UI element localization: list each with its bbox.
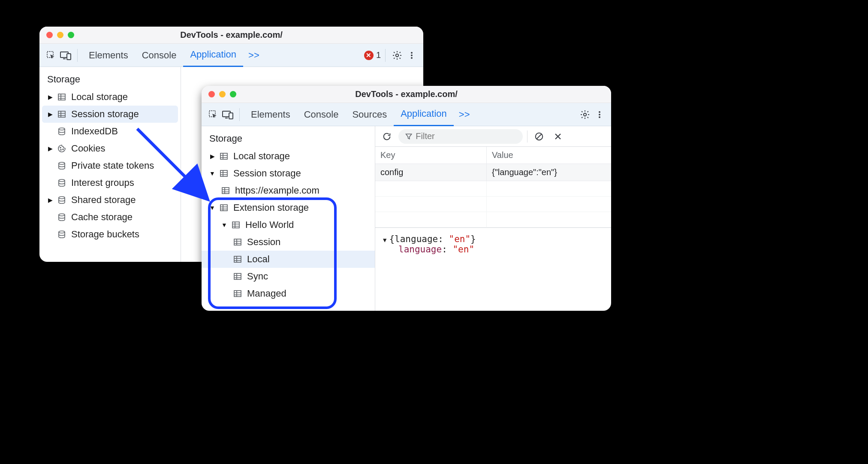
tabs-overflow[interactable]: >> [454,109,475,120]
database-icon [57,127,67,136]
sidebar-indexeddb[interactable]: ▶ IndexedDB [39,123,181,140]
chevron-right-icon: ▶ [47,111,53,118]
minimize-window-icon[interactable] [57,32,63,38]
sidebar-item-label: https://example.com [235,185,319,196]
sidebar-cache-storage[interactable]: ▶ Cache storage [39,209,181,226]
main-toolbar: Elements Console Sources Application >> [202,103,611,126]
sidebar-storage-buckets[interactable]: ▶ Storage buckets [39,226,181,243]
svg-rect-26 [220,170,227,176]
error-count: 1 [376,50,381,60]
filter-input-wrap[interactable] [398,129,523,144]
close-window-icon[interactable] [46,32,53,38]
chevron-right-icon: ▶ [47,197,53,203]
value-preview: ▼{language: "en"} language: "en" [375,228,611,261]
svg-point-16 [59,214,65,216]
sidebar-ext-local[interactable]: Local [202,251,375,268]
table-row-empty[interactable] [375,197,611,212]
tab-console[interactable]: Console [135,44,184,67]
svg-point-5 [411,55,413,56]
tab-sources[interactable]: Sources [345,103,394,126]
sidebar-item-label: Cache storage [71,212,133,223]
storage-header: Storage [202,131,375,148]
chevron-right-icon: ▶ [209,153,215,160]
delete-icon[interactable] [551,129,565,144]
titlebar[interactable]: DevTools - example.com/ [202,86,611,103]
inspect-element-icon[interactable] [44,48,58,63]
close-window-icon[interactable] [208,91,215,97]
svg-rect-33 [234,291,241,297]
svg-rect-20 [229,113,233,119]
sidebar-ext-managed[interactable]: Managed [202,285,375,302]
error-badge[interactable]: ✕ 1 [364,50,381,60]
gear-icon[interactable] [390,48,404,63]
separator [239,108,240,121]
sidebar-interest-groups[interactable]: ▶ Interest groups [39,174,181,191]
storage-actionbar [375,126,611,147]
sidebar-local-storage[interactable]: ▶ Local storage [39,88,181,106]
grid-icon [232,221,241,229]
grid-icon [220,203,229,212]
grid-icon [220,169,229,178]
tab-elements[interactable]: Elements [82,44,135,67]
svg-point-14 [59,179,65,182]
traffic-lights [202,91,236,97]
col-value-header[interactable]: Value [487,147,611,164]
sidebar-ext-sync[interactable]: Sync [202,268,375,285]
filter-input[interactable] [416,131,516,141]
table-row-empty[interactable] [375,181,611,197]
kebab-icon[interactable] [404,48,419,63]
svg-point-21 [584,113,586,115]
window-title: DevTools - example.com/ [202,89,611,99]
sidebar-private-state-tokens[interactable]: ▶ Private state tokens [39,157,181,174]
sidebar-session-storage[interactable]: ▶ Session storage [42,106,178,123]
table-row[interactable]: config {"language":"en"} [375,164,611,181]
clear-all-icon[interactable] [532,129,546,144]
database-icon [57,161,67,170]
chevron-down-icon: ▼ [383,237,386,243]
titlebar[interactable]: DevTools - example.com/ [39,27,423,44]
sidebar-extension-hello-world[interactable]: ▼ Hello World [202,216,375,234]
fullscreen-window-icon[interactable] [230,91,236,97]
col-key-header[interactable]: Key [375,147,487,164]
storage-table: Key Value config {"language":"en"} [375,147,611,228]
separator [527,130,527,143]
sidebar-local-storage[interactable]: ▶ Local storage [202,148,375,165]
tab-application[interactable]: Application [394,103,454,126]
inspect-element-icon[interactable] [206,107,220,122]
gear-icon[interactable] [578,107,592,122]
svg-point-6 [411,57,413,59]
filter-icon [405,133,412,140]
tab-console[interactable]: Console [297,103,346,126]
grid-icon [233,289,243,298]
table-row-empty[interactable] [375,212,611,227]
chevron-down-icon: ▼ [209,204,215,211]
window-title: DevTools - example.com/ [39,30,423,40]
svg-point-23 [599,114,600,115]
fullscreen-window-icon[interactable] [68,32,74,38]
sidebar-session-origin[interactable]: https://example.com [202,182,375,199]
tab-elements[interactable]: Elements [244,103,297,126]
sidebar-shared-storage[interactable]: ▶ Shared storage [39,191,181,209]
tab-application[interactable]: Application [183,44,243,67]
refresh-icon[interactable] [380,129,394,144]
sidebar-cookies[interactable]: ▶ Cookies [39,140,181,157]
device-toolbar-icon[interactable] [58,48,73,63]
device-toolbar-icon[interactable] [220,107,235,122]
sidebar-extension-storage[interactable]: ▼ Extension storage [202,199,375,216]
json-line[interactable]: language: "en" [383,244,603,255]
json-line[interactable]: ▼{language: "en"} [383,234,603,244]
kebab-icon[interactable] [592,107,607,122]
cell-value: {"language":"en"} [487,164,611,181]
traffic-lights [39,32,74,38]
tabs-overflow[interactable]: >> [243,50,265,61]
svg-rect-7 [58,94,65,100]
sidebar-session-storage[interactable]: ▼ Session storage [202,165,375,182]
sidebar-item-label: Shared storage [71,194,136,206]
minimize-window-icon[interactable] [219,91,226,97]
database-icon [57,213,67,221]
sidebar-ext-session[interactable]: Session [202,234,375,251]
storage-sidebar: Storage ▶ Local storage ▼ Session storag… [202,126,375,311]
svg-rect-28 [220,205,227,211]
svg-point-13 [59,162,65,164]
grid-icon [233,272,243,281]
